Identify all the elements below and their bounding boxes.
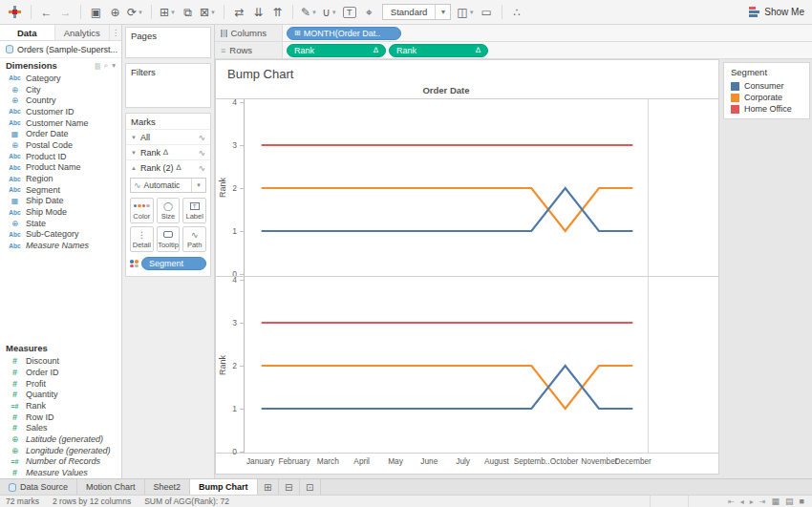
measure-field[interactable]: ⊕Longitude (generated) (0, 445, 121, 456)
rows-pill-rank-1[interactable]: Rank∆ (287, 44, 386, 57)
chevron-up-icon[interactable]: ▲ (131, 165, 138, 171)
legend-item-consumer[interactable]: Consumer (724, 80, 809, 92)
measure-field[interactable]: #Sales (0, 423, 121, 434)
show-mark-labels-button[interactable]: T (343, 7, 356, 18)
dimension-field[interactable]: AbcMeasure Names (0, 240, 121, 251)
measure-field[interactable]: ⊕Latitude (generated) (0, 433, 121, 445)
dimension-field[interactable]: ⊕City (0, 84, 121, 95)
duplicate-sheet-button[interactable]: ⧉ (179, 3, 197, 22)
swap-rows-columns-button[interactable]: ⇄ (230, 3, 248, 22)
plot-area[interactable] (244, 277, 649, 453)
sheet-title[interactable]: Bump Chart (216, 60, 718, 85)
clear-sheet-button[interactable]: ⊠▼ (198, 3, 218, 22)
dimension-field[interactable]: AbcCategory (0, 73, 121, 84)
dimension-field[interactable]: AbcProduct Name (0, 162, 121, 174)
show-me-button[interactable]: Show Me (749, 7, 804, 17)
highlight-button[interactable]: ✎▼ (299, 3, 319, 22)
measure-field[interactable]: #Quantity (0, 390, 121, 401)
refresh-data-button[interactable]: ⟳▼ (125, 3, 145, 22)
dimension-field[interactable]: AbcSub-Category (0, 229, 121, 241)
redo-button[interactable]: → (56, 3, 75, 22)
show-filmstrip-icon[interactable]: ▤ (783, 496, 796, 506)
legend-item-corporate[interactable]: Corporate (724, 92, 809, 103)
series-line-corporate[interactable] (262, 366, 633, 409)
chevron-down-icon[interactable]: ▼ (435, 5, 450, 19)
y-axis[interactable]: Rank43210 (216, 99, 244, 276)
path-button[interactable]: ∿Path (182, 226, 206, 252)
new-story-button[interactable]: ⊡ (300, 479, 321, 495)
chevron-down-icon[interactable]: ▼ (131, 150, 138, 156)
measure-field[interactable]: #Order ID (0, 367, 121, 378)
presentation-mode-button[interactable]: ▭ (478, 3, 496, 22)
sort-descending-button[interactable]: ⇈ (268, 3, 287, 22)
data-pane-tab-analytics[interactable]: Analytics (55, 25, 111, 40)
first-sheet-icon[interactable]: ⇤ (726, 497, 737, 506)
series-line-consumer[interactable] (262, 366, 633, 409)
marks-pill-segment[interactable]: Segment (141, 257, 206, 270)
dimension-field[interactable]: ⊕Country (0, 95, 121, 106)
color-legend[interactable]: Segment ConsumerCorporateHome Office (723, 62, 810, 119)
pane-options-icon[interactable]: ⋮ (110, 25, 121, 40)
dimension-field[interactable]: ▦Order Date (0, 128, 121, 139)
view-size-select[interactable]: Standard ▼ (382, 4, 452, 20)
sheet-tab-data-source[interactable]: Data Source (0, 479, 77, 495)
tooltip-button[interactable]: Tooltip (157, 226, 181, 252)
view-columns-icon[interactable]: ||| (95, 61, 100, 71)
rows-shelf[interactable]: ≡ Rows Rank∆Rank∆ (215, 42, 812, 59)
columns-pill-month-order-date[interactable]: ⊞MONTH(Order Dat.. (287, 27, 401, 40)
color-button[interactable]: Color (130, 198, 154, 223)
new-data-source-button[interactable]: ⊕ (106, 3, 124, 22)
chevron-down-icon[interactable]: ▼ (191, 179, 205, 192)
measure-field[interactable]: #Row ID (0, 412, 121, 423)
legend-item-home-office[interactable]: Home Office (724, 103, 809, 115)
hierarchy-plus-icon[interactable]: ⊞ (294, 29, 301, 37)
data-pane-tab-data[interactable]: Data (0, 25, 55, 40)
dimension-field[interactable]: AbcProduct ID (0, 151, 121, 162)
plot-area[interactable] (244, 99, 649, 276)
save-button[interactable]: ▣ (87, 3, 105, 22)
pages-shelf[interactable]: Pages (125, 27, 211, 58)
y-axis[interactable]: Rank43210 (216, 277, 244, 453)
series-line-consumer[interactable] (262, 188, 633, 231)
dimension-field[interactable]: ⊕State (0, 218, 121, 229)
dimension-field[interactable]: AbcSegment (0, 184, 121, 196)
find-field-icon[interactable]: ⌕ (104, 61, 108, 71)
pane-menu-icon[interactable]: ▾ (112, 61, 116, 71)
measure-field[interactable]: #Profit (0, 378, 121, 390)
measure-field[interactable]: =#Number of Records (0, 456, 121, 468)
marks-card-row-all[interactable]: ▼All∿ (126, 129, 210, 144)
previous-sheet-icon[interactable]: ◂ (738, 497, 746, 506)
columns-shelf[interactable]: Columns ⊞MONTH(Order Dat.. (215, 25, 812, 42)
detail-button[interactable]: ⋮Detail (130, 226, 154, 252)
rows-pill-rank-2[interactable]: Rank∆ (389, 44, 488, 57)
new-dashboard-button[interactable]: ⊟ (279, 479, 300, 495)
series-line-corporate[interactable] (262, 188, 633, 231)
fit-selector-button[interactable]: ◫▼ (455, 3, 476, 22)
fix-axes-button[interactable]: ⌖ (360, 3, 378, 22)
show-sheet-sorter-icon[interactable]: ■ (798, 496, 806, 506)
marks-card-row-rank[interactable]: ▼Rank∆∿ (126, 144, 210, 159)
sheet-tab-bump-chart[interactable]: Bump Chart (190, 479, 258, 495)
undo-button[interactable]: ← (37, 3, 55, 22)
mark-type-select[interactable]: ∿ Automatic ▼ (130, 178, 206, 193)
new-worksheet-button[interactable]: ⊞▼ (158, 3, 178, 22)
dimension-field[interactable]: AbcRegion (0, 173, 121, 184)
dimension-field[interactable]: AbcShip Mode (0, 206, 121, 218)
measure-field[interactable]: =#Rank (0, 400, 121, 412)
dimension-field[interactable]: AbcCustomer ID (0, 106, 121, 117)
dimension-field[interactable]: AbcCustomer Name (0, 117, 121, 129)
sort-ascending-button[interactable]: ⇊ (249, 3, 267, 22)
dimension-field[interactable]: ▦Ship Date (0, 196, 121, 207)
column-field-header[interactable]: Order Date (244, 85, 649, 98)
measure-field[interactable]: #Measure Values (0, 467, 121, 478)
next-sheet-icon[interactable]: ▸ (748, 497, 756, 506)
share-button[interactable]: ∴ (508, 3, 526, 22)
sheet-tab-motion-chart[interactable]: Motion Chart (77, 479, 145, 495)
chevron-down-icon[interactable]: ▼ (131, 135, 138, 140)
datasource-item[interactable]: Orders (Sample-Superst... (0, 41, 121, 58)
measure-field[interactable]: #Discount (0, 355, 121, 367)
sheet-tab-sheet2[interactable]: Sheet2 (145, 479, 191, 495)
marks-card-row-rank-2-[interactable]: ▲Rank (2)∆∿ (126, 159, 210, 175)
show-tabs-icon[interactable]: ▦ (770, 496, 782, 506)
filters-shelf[interactable]: Filters (125, 63, 211, 108)
